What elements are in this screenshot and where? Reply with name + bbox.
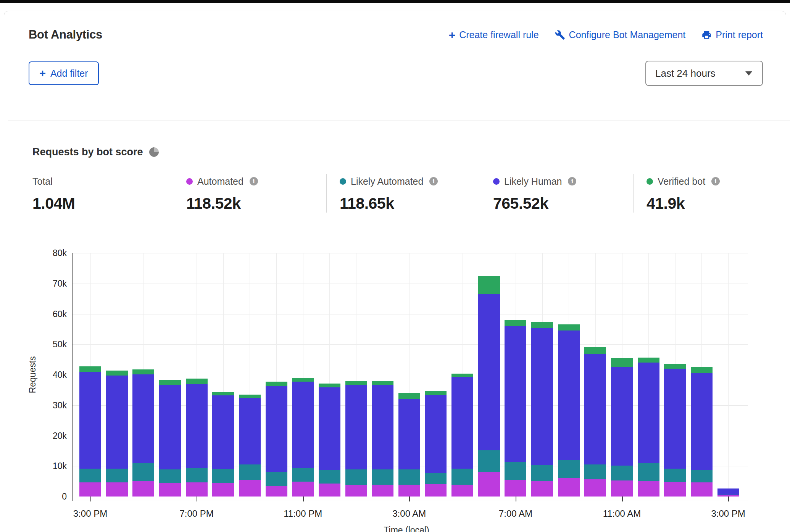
bar-segment[interactable] bbox=[372, 385, 393, 469]
bar-segment[interactable] bbox=[159, 385, 181, 469]
bar-segment[interactable] bbox=[398, 485, 420, 497]
bar-segment[interactable] bbox=[664, 369, 686, 469]
bar-segment[interactable] bbox=[425, 395, 447, 473]
bar-segment[interactable] bbox=[531, 481, 553, 497]
bar-segment[interactable] bbox=[212, 395, 234, 469]
bar-segment[interactable] bbox=[425, 473, 447, 484]
bar-segment[interactable] bbox=[292, 378, 314, 382]
bar-segment[interactable] bbox=[664, 482, 686, 497]
bar-segment[interactable] bbox=[638, 463, 659, 481]
bar-segment[interactable] bbox=[451, 374, 473, 377]
bar-segment[interactable] bbox=[691, 470, 713, 482]
bar-segment[interactable] bbox=[611, 367, 633, 466]
bar-segment[interactable] bbox=[425, 391, 447, 395]
bar-segment[interactable] bbox=[664, 364, 686, 369]
bar-segment[interactable] bbox=[505, 480, 526, 497]
bar-segment[interactable] bbox=[79, 372, 101, 469]
bar-segment[interactable] bbox=[531, 322, 553, 328]
bar-segment[interactable] bbox=[584, 354, 606, 464]
bar-segment[interactable] bbox=[478, 450, 500, 472]
bar-segment[interactable] bbox=[212, 483, 234, 497]
bar-segment[interactable] bbox=[584, 464, 606, 479]
bar-segment[interactable] bbox=[319, 470, 340, 484]
bar-segment[interactable] bbox=[239, 464, 261, 480]
bar-segment[interactable] bbox=[398, 399, 420, 469]
bar-segment[interactable] bbox=[239, 395, 261, 398]
bar-segment[interactable] bbox=[132, 481, 154, 497]
bar-segment[interactable] bbox=[398, 393, 420, 399]
bar-segment[interactable] bbox=[132, 463, 154, 481]
bar-segment[interactable] bbox=[132, 374, 154, 463]
bar-segment[interactable] bbox=[159, 469, 181, 484]
bar-segment[interactable] bbox=[266, 486, 287, 497]
bar-segment[interactable] bbox=[212, 469, 234, 483]
bar-segment[interactable] bbox=[638, 363, 659, 463]
bar-segment[interactable] bbox=[319, 387, 340, 470]
bar-segment[interactable] bbox=[451, 377, 473, 468]
bar-segment[interactable] bbox=[106, 376, 128, 469]
bar-segment[interactable] bbox=[106, 371, 128, 376]
bar-segment[interactable] bbox=[505, 462, 526, 480]
bar-segment[interactable] bbox=[558, 460, 580, 478]
bar-segment[interactable] bbox=[212, 392, 234, 395]
bar-segment[interactable] bbox=[106, 482, 128, 497]
bar-segment[interactable] bbox=[292, 482, 314, 497]
bar-segment[interactable] bbox=[266, 386, 287, 472]
bar-segment[interactable] bbox=[186, 468, 208, 482]
info-icon[interactable]: i bbox=[250, 177, 258, 185]
bar-segment[interactable] bbox=[319, 484, 340, 497]
bar-segment[interactable] bbox=[239, 480, 261, 497]
bar-segment[interactable] bbox=[638, 481, 659, 497]
configure-bot-management-link[interactable]: Configure Bot Management bbox=[555, 29, 686, 40]
info-icon[interactable]: i bbox=[429, 177, 438, 185]
bar-segment[interactable] bbox=[717, 495, 739, 495]
bar-segment[interactable] bbox=[345, 385, 367, 469]
bar-segment[interactable] bbox=[266, 382, 287, 386]
bar-segment[interactable] bbox=[292, 468, 314, 482]
print-report-link[interactable]: Print report bbox=[701, 29, 763, 40]
info-icon[interactable]: i bbox=[711, 177, 720, 185]
bar-segment[interactable] bbox=[691, 373, 713, 470]
bar-segment[interactable] bbox=[584, 479, 606, 497]
bar-segment[interactable] bbox=[186, 384, 208, 468]
bar-segment[interactable] bbox=[638, 358, 659, 363]
bar-segment[interactable] bbox=[531, 465, 553, 481]
bar-segment[interactable] bbox=[79, 482, 101, 497]
bar-segment[interactable] bbox=[478, 472, 500, 497]
bar-segment[interactable] bbox=[478, 294, 500, 450]
bar-segment[interactable] bbox=[319, 384, 340, 387]
bar-segment[interactable] bbox=[372, 381, 393, 385]
bar-segment[interactable] bbox=[451, 469, 473, 485]
time-range-select[interactable]: Last 24 hours bbox=[645, 61, 763, 86]
bar-segment[interactable] bbox=[425, 484, 447, 497]
bar-segment[interactable] bbox=[558, 478, 580, 497]
bar-segment[interactable] bbox=[558, 324, 580, 330]
bar-segment[interactable] bbox=[372, 485, 393, 497]
bar-segment[interactable] bbox=[132, 369, 154, 374]
bar-segment[interactable] bbox=[106, 469, 128, 482]
bar-segment[interactable] bbox=[584, 347, 606, 354]
bar-segment[interactable] bbox=[611, 358, 633, 367]
add-filter-button[interactable]: + Add filter bbox=[29, 61, 99, 85]
bar-segment[interactable] bbox=[531, 328, 553, 465]
bar-segment[interactable] bbox=[611, 466, 633, 480]
bar-segment[interactable] bbox=[372, 469, 393, 485]
bar-segment[interactable] bbox=[79, 469, 101, 482]
bar-segment[interactable] bbox=[345, 469, 367, 485]
bar-segment[interactable] bbox=[478, 276, 500, 294]
create-firewall-rule-link[interactable]: + Create firewall rule bbox=[449, 29, 539, 40]
bar-segment[interactable] bbox=[611, 480, 633, 497]
bar-segment[interactable] bbox=[159, 380, 181, 385]
bar-segment[interactable] bbox=[505, 326, 526, 462]
bar-segment[interactable] bbox=[717, 488, 739, 495]
bar-segment[interactable] bbox=[691, 482, 713, 497]
bar-segment[interactable] bbox=[691, 367, 713, 373]
bar-segment[interactable] bbox=[558, 330, 580, 460]
bar-segment[interactable] bbox=[505, 320, 526, 326]
bar-segment[interactable] bbox=[266, 472, 287, 486]
bar-segment[interactable] bbox=[664, 469, 686, 482]
bar-segment[interactable] bbox=[292, 382, 314, 468]
bar-segment[interactable] bbox=[345, 485, 367, 497]
info-icon[interactable]: i bbox=[568, 177, 576, 185]
bar-segment[interactable] bbox=[239, 398, 261, 465]
